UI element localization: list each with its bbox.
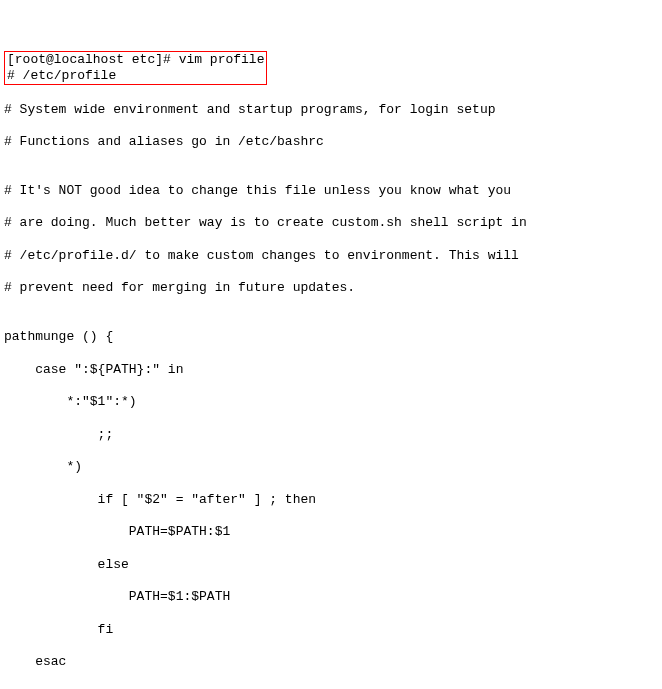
code-line: esac bbox=[4, 654, 658, 670]
code-line: else bbox=[4, 557, 658, 573]
code-line: # Functions and aliases go in /etc/bashr… bbox=[4, 134, 658, 150]
prompt-line: [root@localhost etc]# vim profile bbox=[7, 52, 264, 68]
code-line: pathmunge () { bbox=[4, 329, 658, 345]
code-line: *) bbox=[4, 459, 658, 475]
code-line: ;; bbox=[4, 427, 658, 443]
code-line: # It's NOT good idea to change this file… bbox=[4, 183, 658, 199]
code-line: # are doing. Much better way is to creat… bbox=[4, 215, 658, 231]
highlighted-region: [root@localhost etc]# vim profile# /etc/… bbox=[4, 51, 267, 86]
code-line: # prevent need for merging in future upd… bbox=[4, 280, 658, 296]
code-line: case ":${PATH}:" in bbox=[4, 362, 658, 378]
code-line: *:"$1":*) bbox=[4, 394, 658, 410]
file-header-line: # /etc/profile bbox=[7, 68, 264, 84]
code-line: fi bbox=[4, 622, 658, 638]
code-line: # /etc/profile.d/ to make custom changes… bbox=[4, 248, 658, 264]
code-line: PATH=$1:$PATH bbox=[4, 589, 658, 605]
code-line: PATH=$PATH:$1 bbox=[4, 524, 658, 540]
code-line: # System wide environment and startup pr… bbox=[4, 102, 658, 118]
terminal-output: [root@localhost etc]# vim profile# /etc/… bbox=[4, 51, 658, 689]
code-line: if [ "$2" = "after" ] ; then bbox=[4, 492, 658, 508]
